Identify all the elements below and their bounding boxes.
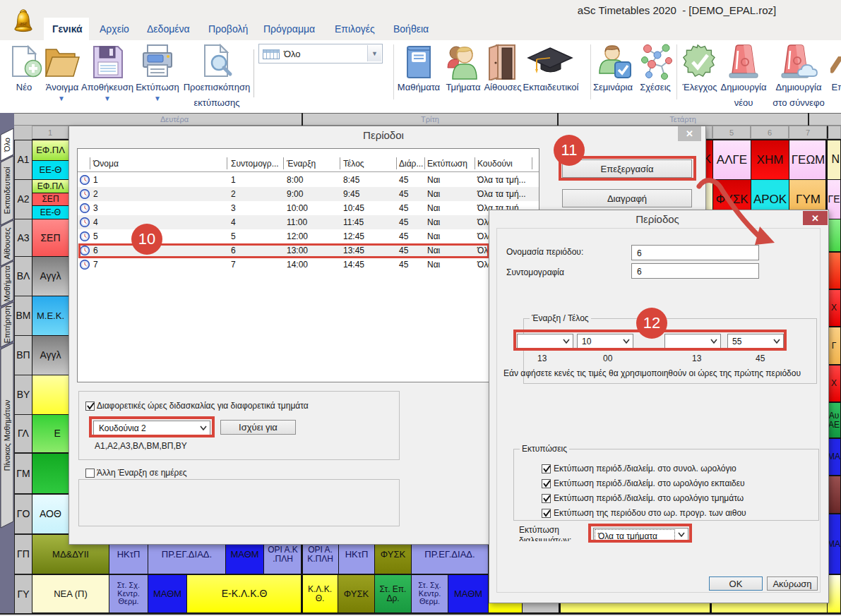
svg-text:Αίθουσες: Αίθουσες: [3, 227, 11, 259]
svg-text:Επιτήρηση: Επιτήρηση: [3, 306, 11, 343]
svg-text:Μαθήματα: Μαθήματα: [3, 265, 11, 302]
svg-text:Εκπαιδευτικοί: Εκπαιδευτικοί: [3, 167, 11, 214]
svg-text:asc: asc: [20, 21, 28, 26]
svg-text:Όλο: Όλο: [3, 138, 11, 152]
svg-text:Πίνακας Μαθημάτων: Πίνακας Μαθημάτων: [3, 399, 11, 471]
